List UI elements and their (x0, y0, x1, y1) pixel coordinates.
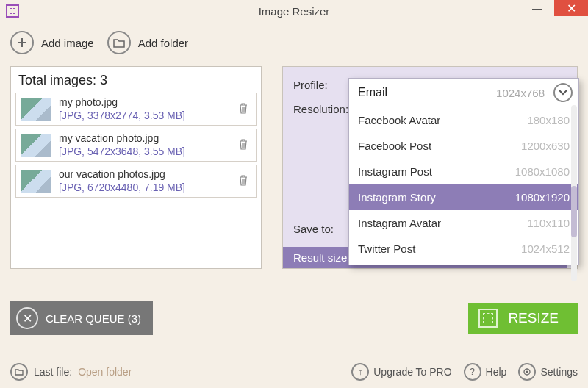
file-name: our vacation photos.jpg (59, 168, 228, 182)
open-folder-link[interactable]: Open folder (78, 366, 132, 378)
dropdown-item-name: Twitter Post (358, 242, 415, 255)
dropdown-item-dim: 1024x512 (521, 242, 570, 255)
upgrade-pro-link[interactable]: ↑ Upgrade To PRO (351, 363, 451, 381)
file-row[interactable]: my vacation photo.jpg[JPG, 5472x3648, 3.… (15, 129, 257, 162)
add-folder-label: Add folder (138, 37, 188, 49)
plus-icon (10, 31, 34, 54)
footer: Last file: Open folder ↑ Upgrade To PRO … (10, 363, 578, 381)
file-thumbnail (21, 134, 51, 157)
add-image-button[interactable]: Add image (10, 31, 94, 54)
svg-point-1 (526, 371, 528, 373)
toolbar: Add image Add folder (0, 22, 588, 66)
dropdown-item[interactable]: Instagram Post1080x1080 (349, 159, 578, 184)
arrow-up-icon: ↑ (351, 363, 369, 381)
help-link[interactable]: ? Help (464, 363, 507, 381)
file-thumbnail (21, 98, 51, 121)
settings-link[interactable]: Settings (518, 363, 578, 381)
help-icon: ? (464, 363, 481, 381)
file-meta: [JPG, 6720x4480, 7.19 MB] (59, 182, 228, 195)
file-thumbnail (21, 170, 51, 193)
dropdown-item-dim: 180x180 (527, 114, 570, 126)
dropdown-scrollbar[interactable] (571, 105, 577, 281)
file-row[interactable]: my photo.jpg[JPG, 3378x2774, 3.53 MB] (15, 93, 257, 126)
last-file-label: Last file: (34, 366, 72, 378)
dropdown-item-dim: 1200x630 (521, 140, 570, 152)
dropdown-selected-name: Email (358, 86, 387, 99)
dropdown-selected-dim: 1024x768 (496, 87, 545, 99)
dropdown-item[interactable]: Facebook Avatar180x180 (349, 107, 578, 133)
clear-queue-button[interactable]: ✕ CLEAR QUEUE (3) (10, 301, 153, 335)
dropdown-item-name: Facebook Avatar (358, 114, 440, 126)
folder-icon (10, 363, 28, 381)
chevron-down-icon[interactable] (553, 83, 573, 102)
dropdown-item-dim: 1080x1080 (515, 165, 570, 178)
resize-label: RESIZE (508, 310, 559, 326)
file-row[interactable]: our vacation photos.jpg[JPG, 6720x4480, … (15, 165, 257, 198)
resize-button[interactable]: RESIZE (468, 303, 578, 334)
delete-file-button[interactable] (235, 102, 251, 117)
delete-file-button[interactable] (235, 138, 251, 153)
clear-queue-label: CLEAR QUEUE (3) (46, 312, 141, 325)
dropdown-item-name: Instagram Avatar (358, 217, 441, 229)
close-button[interactable]: ✕ (554, 0, 588, 16)
add-image-label: Add image (41, 37, 94, 49)
dropdown-header[interactable]: Email 1024x768 (349, 79, 578, 107)
dropdown-item[interactable]: Facebook Post1200x630 (349, 133, 578, 159)
window-title: Image Resizer (0, 5, 588, 18)
file-name: my vacation photo.jpg (59, 132, 228, 146)
file-meta: [JPG, 3378x2774, 3.53 MB] (59, 109, 228, 123)
file-name: my photo.jpg (59, 96, 228, 109)
file-meta: [JPG, 5472x3648, 3.55 MB] (59, 146, 228, 159)
delete-file-button[interactable] (235, 174, 251, 189)
dropdown-item[interactable]: Instagram Story1080x1920 (349, 184, 578, 210)
dropdown-item-dim: 1080x1920 (515, 191, 570, 204)
add-folder-button[interactable]: Add folder (107, 31, 188, 54)
profile-dropdown[interactable]: Email 1024x768 Facebook Avatar180x180Fac… (348, 78, 579, 265)
close-icon: ✕ (16, 307, 38, 329)
gear-icon (518, 363, 536, 381)
queue-panel: Total images: 3 my photo.jpg[JPG, 3378x2… (10, 66, 262, 269)
dropdown-item-name: Instagram Story (358, 191, 436, 204)
folder-icon (107, 31, 131, 54)
scrollbar-thumb[interactable] (571, 186, 577, 237)
titlebar: Image Resizer — ✕ (0, 0, 588, 22)
minimize-button[interactable]: — (520, 0, 554, 16)
dropdown-item-name: Instagram Post (358, 165, 432, 178)
dropdown-item[interactable]: Instagram Avatar110x110 (349, 210, 578, 236)
dropdown-item[interactable]: Twitter Post1024x512 (349, 236, 578, 262)
resize-icon (478, 309, 498, 328)
dropdown-item-name: Facebook Post (358, 140, 431, 152)
queue-header: Total images: 3 (15, 71, 257, 93)
dropdown-item-dim: 110x110 (527, 217, 570, 229)
